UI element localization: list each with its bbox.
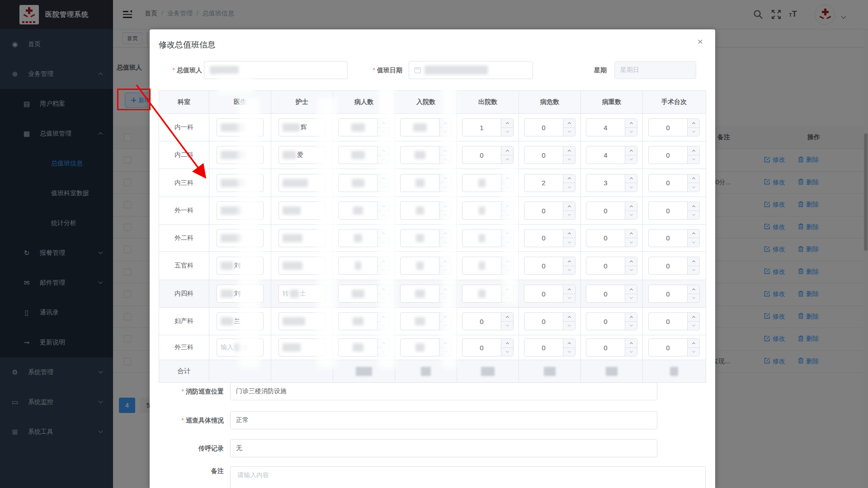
decrease-button[interactable] bbox=[688, 266, 699, 275]
decrease-button[interactable] bbox=[625, 238, 637, 247]
increase-button[interactable] bbox=[501, 202, 513, 211]
surgery-stepper[interactable]: 0 bbox=[648, 338, 700, 357]
increase-button[interactable] bbox=[688, 230, 699, 239]
decrease-button[interactable] bbox=[625, 322, 637, 330]
pager-record-input[interactable]: 无 bbox=[230, 439, 657, 457]
increase-button[interactable] bbox=[501, 174, 513, 183]
decrease-button[interactable] bbox=[688, 128, 699, 136]
decrease-button[interactable] bbox=[563, 128, 575, 136]
date-input[interactable] bbox=[409, 61, 533, 79]
serious-stepper[interactable]: 0 bbox=[586, 338, 637, 357]
admissions-stepper[interactable] bbox=[400, 118, 452, 136]
increase-button[interactable] bbox=[501, 313, 513, 322]
increase-button[interactable] bbox=[688, 202, 699, 211]
increase-button[interactable] bbox=[439, 257, 451, 266]
discharge-stepper[interactable] bbox=[462, 257, 514, 275]
nurse-input[interactable]: 辉 bbox=[278, 118, 326, 136]
nurse-input[interactable]: 转士 bbox=[278, 285, 326, 303]
decrease-button[interactable] bbox=[625, 183, 637, 192]
admissions-stepper[interactable] bbox=[400, 174, 452, 192]
critical-stepper[interactable]: 0 bbox=[524, 285, 576, 303]
decrease-button[interactable] bbox=[688, 211, 699, 220]
surgery-stepper[interactable]: 0 bbox=[648, 257, 700, 275]
decrease-button[interactable] bbox=[439, 238, 451, 247]
surgery-stepper[interactable]: 0 bbox=[648, 285, 700, 303]
decrease-button[interactable] bbox=[439, 155, 451, 164]
increase-button[interactable] bbox=[625, 257, 637, 266]
decrease-button[interactable] bbox=[501, 183, 513, 192]
decrease-button[interactable] bbox=[377, 348, 389, 357]
check-detail-input[interactable]: 正常 bbox=[230, 411, 657, 429]
decrease-button[interactable] bbox=[688, 348, 699, 357]
critical-stepper[interactable]: 2 bbox=[524, 174, 576, 192]
decrease-button[interactable] bbox=[501, 211, 513, 220]
increase-button[interactable] bbox=[625, 285, 637, 294]
increase-button[interactable] bbox=[377, 230, 389, 239]
increase-button[interactable] bbox=[625, 174, 637, 183]
nurse-input[interactable] bbox=[278, 338, 326, 357]
increase-button[interactable] bbox=[563, 339, 575, 348]
decrease-button[interactable] bbox=[563, 266, 575, 275]
admissions-stepper[interactable] bbox=[400, 338, 452, 357]
decrease-button[interactable] bbox=[625, 266, 637, 275]
increase-button[interactable] bbox=[563, 146, 575, 155]
doctor-input[interactable]: 刘 bbox=[217, 285, 264, 303]
decrease-button[interactable] bbox=[439, 322, 451, 330]
surgery-stepper[interactable]: 0 bbox=[648, 174, 700, 192]
increase-button[interactable] bbox=[688, 257, 699, 266]
decrease-button[interactable] bbox=[501, 128, 513, 136]
decrease-button[interactable] bbox=[501, 294, 513, 303]
increase-button[interactable] bbox=[439, 230, 451, 239]
increase-button[interactable] bbox=[377, 339, 389, 348]
patients-stepper[interactable] bbox=[338, 118, 390, 136]
decrease-button[interactable] bbox=[688, 183, 699, 192]
patients-stepper[interactable] bbox=[338, 202, 390, 220]
serious-stepper[interactable]: 0 bbox=[586, 257, 637, 275]
decrease-button[interactable] bbox=[563, 348, 575, 357]
increase-button[interactable] bbox=[439, 146, 451, 155]
decrease-button[interactable] bbox=[377, 238, 389, 247]
decrease-button[interactable] bbox=[377, 294, 389, 303]
admissions-stepper[interactable] bbox=[400, 257, 452, 275]
decrease-button[interactable] bbox=[377, 266, 389, 275]
patients-stepper[interactable] bbox=[338, 174, 390, 192]
doctor-input[interactable] bbox=[217, 146, 264, 164]
decrease-button[interactable] bbox=[688, 322, 699, 330]
decrease-button[interactable] bbox=[563, 238, 575, 247]
person-input[interactable] bbox=[204, 61, 348, 79]
nurse-input[interactable]: 爱 bbox=[278, 146, 326, 164]
admissions-stepper[interactable] bbox=[400, 285, 452, 303]
decrease-button[interactable] bbox=[501, 155, 513, 164]
serious-stepper[interactable]: 3 bbox=[586, 174, 637, 192]
decrease-button[interactable] bbox=[439, 211, 451, 220]
increase-button[interactable] bbox=[501, 257, 513, 266]
decrease-button[interactable] bbox=[377, 155, 389, 164]
critical-stepper[interactable]: 0 bbox=[524, 257, 576, 275]
decrease-button[interactable] bbox=[439, 294, 451, 303]
decrease-button[interactable] bbox=[501, 238, 513, 247]
increase-button[interactable] bbox=[377, 313, 389, 322]
critical-stepper[interactable]: 0 bbox=[524, 338, 576, 357]
doctor-input[interactable]: 刘 bbox=[217, 257, 264, 275]
decrease-button[interactable] bbox=[501, 348, 513, 357]
increase-button[interactable] bbox=[377, 146, 389, 155]
surgery-stepper[interactable]: 0 bbox=[648, 312, 700, 330]
critical-stepper[interactable]: 0 bbox=[524, 312, 576, 330]
increase-button[interactable] bbox=[625, 146, 637, 155]
discharge-stepper[interactable]: 0 bbox=[462, 338, 514, 357]
patients-stepper[interactable] bbox=[338, 146, 390, 164]
patients-stepper[interactable] bbox=[338, 257, 390, 275]
patients-stepper[interactable] bbox=[338, 312, 390, 330]
decrease-button[interactable] bbox=[563, 211, 575, 220]
doctor-input[interactable] bbox=[217, 118, 264, 136]
decrease-button[interactable] bbox=[625, 294, 637, 303]
decrease-button[interactable] bbox=[688, 238, 699, 247]
serious-stepper[interactable]: 0 bbox=[586, 229, 637, 247]
increase-button[interactable] bbox=[501, 339, 513, 348]
increase-button[interactable] bbox=[563, 174, 575, 183]
discharge-stepper[interactable] bbox=[462, 202, 514, 220]
decrease-button[interactable] bbox=[439, 128, 451, 136]
surgery-stepper[interactable]: 0 bbox=[648, 146, 700, 164]
increase-button[interactable] bbox=[563, 230, 575, 239]
decrease-button[interactable] bbox=[563, 155, 575, 164]
